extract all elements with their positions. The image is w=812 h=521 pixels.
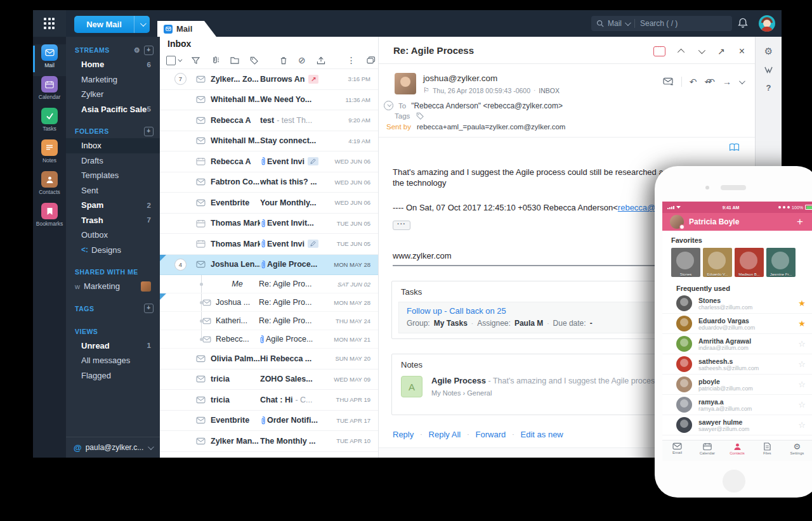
forward-button[interactable]: Forward	[476, 430, 506, 439]
reply-all-button[interactable]: Reply All	[429, 430, 461, 439]
flag-icon[interactable]: ⚐	[423, 86, 429, 94]
mail-list-item[interactable]: tricia Chat : Hi- C... THU APR 19	[160, 390, 378, 411]
mail-list-item[interactable]: Eventbrite Your Monthly... WED JUN 06	[160, 193, 378, 214]
thread-message-item[interactable]: Katheri... Re: Agile Pro... THU MAY 24	[160, 312, 378, 330]
sidebar-item-flagged[interactable]: Flagged	[66, 368, 160, 383]
contact-row[interactable]: satheesh.ssatheesh.s@zillum.com ★ ☆	[662, 354, 812, 375]
favorite-star-icon[interactable]: ☆	[798, 420, 806, 430]
mail-list-item[interactable]: 7 Zylker... Zo... Burrows An↗ 3:16 PM	[160, 69, 378, 90]
rail-app-contacts[interactable]: Contacts	[33, 171, 66, 203]
sidebar-item-outbox[interactable]: Outbox	[66, 228, 160, 243]
assistant-icon[interactable]	[756, 66, 782, 74]
sidebar-item-marketing[interactable]: Marketing	[66, 72, 160, 87]
note-folder[interactable]: General	[467, 389, 492, 397]
rail-app-mail[interactable]: Mail	[33, 44, 66, 76]
mail-list-item[interactable]: tricia ZOHO Sales... WED MAY 09	[160, 370, 378, 390]
mail-list-item[interactable]: Fabtron Co... what is this? ... WED JUN …	[160, 172, 378, 193]
phone-nav-contacts[interactable]: Contacts	[722, 441, 752, 461]
phone-nav-files[interactable]: Files	[752, 441, 782, 461]
mail-list-item[interactable]: Eventbrite Order Notifi... TUE APR 17	[160, 411, 378, 432]
sidebar-item-designs[interactable]: <:Designs	[66, 243, 160, 258]
new-mail-button[interactable]: New Mail	[74, 16, 150, 33]
favorite-contact-tile[interactable]: Stones	[671, 248, 700, 277]
phone-nav-email[interactable]: Email	[662, 441, 692, 461]
mail-list-item[interactable]: Rebecca A test- test Th... 9:20 AM	[160, 110, 378, 131]
mail-list-item[interactable]: Whitehall M... We Need Yo... 11:36 AM	[160, 90, 378, 111]
mail-list-item[interactable]: Whitehall M... Stay connect... 4:19 AM	[160, 131, 378, 152]
sidebar-item-home[interactable]: Home6	[66, 57, 160, 72]
reply-icon[interactable]: ↶	[690, 77, 697, 87]
thread-message-item[interactable]: Me Re: Agile Pro... SAT JUN 02	[160, 275, 378, 293]
sidebar-item-trash[interactable]: Trash7	[66, 213, 160, 228]
phone-nav-calendar[interactable]: Calendar	[692, 441, 722, 461]
open-new-window-icon[interactable]: ↗	[717, 46, 725, 56]
archive-icon[interactable]	[317, 56, 325, 65]
mail-list-item[interactable]: Thomas Mark Event Invit... TUE JUN 05	[160, 214, 378, 235]
add-folder-button[interactable]: +	[144, 127, 154, 136]
favorite-contact-tile[interactable]: Madison B...	[735, 248, 764, 277]
contact-row[interactable]: Stonescharless@zillum.com ★ ☆	[662, 293, 812, 314]
reply-button[interactable]: Reply	[393, 430, 414, 439]
move-to-folder-icon[interactable]	[230, 56, 239, 64]
favorite-star-icon[interactable]: ☆	[798, 400, 806, 409]
add-tag-button[interactable]: +	[144, 304, 154, 313]
show-trimmed-content-button[interactable]: ···	[393, 221, 410, 230]
settings-gear-icon[interactable]: ⚙	[756, 46, 782, 57]
sidebar-item-sent[interactable]: Sent	[66, 183, 160, 198]
favorite-star-icon[interactable]: ★	[798, 319, 806, 328]
search-input[interactable]: Search ( / )	[640, 19, 678, 28]
close-icon[interactable]: ×	[739, 46, 745, 57]
forward-icon[interactable]: →	[723, 77, 731, 87]
select-all-checkbox[interactable]	[166, 56, 181, 65]
thread-message-item[interactable]: Rebecc... Agile Proce... MON MAY 21	[160, 330, 378, 349]
edit-as-new-button[interactable]: Edit as new	[521, 430, 563, 439]
thread-message-item[interactable]: Joshua ... Re: Agile Pro... MON MAY 28	[160, 293, 378, 312]
contact-row[interactable]: ramya.aramya.a@zillum.com ★ ☆	[662, 395, 812, 415]
more-actions-chevron[interactable]	[739, 78, 745, 84]
sidebar-item-templates[interactable]: Templates	[66, 168, 160, 183]
favorite-contact-tile[interactable]: Jasmine Fr...	[766, 248, 796, 277]
sidebar-item-shared-marketing[interactable]: wMarketing	[66, 279, 160, 294]
block-spam-icon[interactable]: ⊘	[298, 56, 306, 65]
sidebar-item-all-messages[interactable]: All messages	[66, 353, 160, 368]
phone-home-button[interactable]	[723, 470, 745, 492]
contact-row[interactable]: Eduardo Vargaseduardov@zillum.com ★ ☆	[662, 314, 812, 334]
favorite-star-icon[interactable]: ☆	[798, 359, 806, 369]
stream-filter-icon[interactable]: ⚙	[134, 46, 140, 55]
note-path[interactable]: My Notes	[431, 389, 461, 397]
sidebar-item-spam[interactable]: Spam2	[66, 198, 160, 213]
sidebar-item-drafts[interactable]: Drafts	[66, 153, 160, 169]
contact-row[interactable]: Amritha Agrawalindiraa@zillum.com ★ ☆	[662, 334, 812, 354]
search-bar[interactable]: Mail Search ( / )	[591, 16, 732, 31]
contact-row[interactable]: pboylepatriciab@zillum.com ★ ☆	[662, 375, 812, 395]
notifications-button[interactable]	[737, 17, 750, 30]
mail-list-item-selected[interactable]: 4 Joshua Len... Agile Proce... MON MAY 2…	[160, 255, 378, 276]
annotation-icon[interactable]	[653, 46, 665, 56]
owner-avatar[interactable]	[670, 215, 684, 229]
favorite-star-icon[interactable]: ★	[798, 299, 806, 308]
new-mail-dropdown[interactable]	[134, 16, 150, 33]
app-launcher-button[interactable]	[33, 10, 66, 37]
mail-list-item[interactable]: Zylker Man... The Monthly ... TUE APR 10	[160, 431, 378, 452]
rail-app-bookmarks[interactable]: Bookmarks	[33, 203, 66, 235]
reading-mode-icon[interactable]	[729, 143, 740, 151]
rail-app-notes[interactable]: Notes	[33, 139, 66, 171]
sender-email[interactable]: joshua@zylker.com	[423, 74, 497, 83]
add-contact-button[interactable]: +	[797, 215, 803, 228]
filter-icon[interactable]	[192, 56, 200, 65]
tag-icon[interactable]	[250, 56, 258, 65]
collapse-details-icon[interactable]	[384, 101, 393, 110]
favorite-contact-tile[interactable]: Eduardo V...	[703, 248, 732, 277]
mail-list-item[interactable]: Thomas Mark Event Invi TUE JUN 05	[160, 234, 378, 255]
phone-nav-settings[interactable]: ⚙ Settings	[782, 441, 812, 461]
favorite-star-icon[interactable]: ☆	[798, 339, 806, 349]
sidebar-item-zylker[interactable]: Zylker	[66, 87, 160, 102]
favorite-star-icon[interactable]: ☆	[798, 380, 806, 389]
sidebar-item-unread[interactable]: Unread1	[66, 338, 160, 354]
help-icon[interactable]: ?	[756, 83, 782, 93]
account-switcher[interactable]: @ paula@zylker.c...	[66, 437, 160, 458]
sort-attachments-icon[interactable]	[211, 56, 219, 65]
delete-icon[interactable]	[280, 56, 287, 65]
contact-row[interactable]: sawyer hulmesawyer@zillum.com ★ ☆	[662, 415, 812, 435]
sidebar-item-asia-pacific-sales[interactable]: Asia Pacific Sales5	[66, 102, 160, 117]
